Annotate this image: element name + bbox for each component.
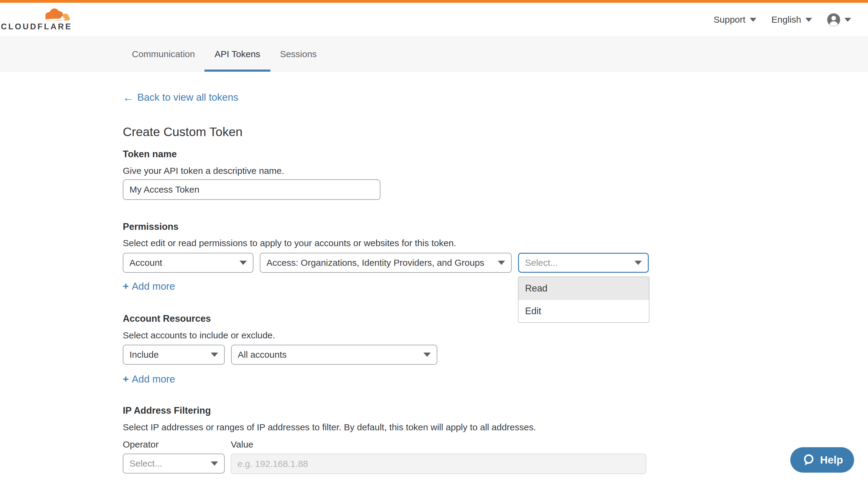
permissions-add-more-link[interactable]: + Add more	[123, 280, 175, 292]
ip-operator-placeholder: Select...	[129, 458, 162, 469]
caret-down-icon	[634, 261, 642, 265]
caret-down-icon	[750, 18, 756, 22]
ip-filtering-row: Select...	[123, 454, 646, 474]
cloudflare-logo[interactable]: CLOUDFLARE	[7, 8, 71, 31]
plus-icon: +	[123, 280, 129, 292]
tabs: Communication API Tokens Sessions	[132, 37, 317, 71]
permission-access-select[interactable]: Select...	[518, 253, 649, 273]
permissions-row: Account Access: Organizations, Identity …	[123, 253, 649, 273]
cloudflare-cloud-icon	[37, 8, 71, 22]
permission-access-dropdown: Select... Read Edit	[518, 253, 649, 273]
permissions-add-more-label: Add more	[132, 281, 175, 292]
tab-api-tokens-label: API Tokens	[214, 49, 260, 59]
resource-mode-select[interactable]: Include	[123, 345, 225, 365]
help-button[interactable]: Help	[790, 447, 854, 473]
permissions-heading: Permissions	[123, 221, 179, 232]
tab-sessions-label: Sessions	[280, 49, 317, 59]
account-resources-add-more-label: Add more	[132, 374, 175, 385]
token-name-description: Give your API token a descriptive name.	[123, 166, 284, 176]
menu-option-edit[interactable]: Edit	[518, 300, 649, 322]
back-to-tokens-link[interactable]: ← Back to view all tokens	[123, 92, 238, 103]
menu-option-read[interactable]: Read	[518, 277, 649, 300]
account-resources-description: Select accounts to include or exclude.	[123, 330, 275, 341]
user-avatar-icon	[827, 13, 840, 26]
account-resources-row: Include All accounts	[123, 345, 437, 365]
permission-access-placeholder: Select...	[525, 258, 558, 268]
caret-down-icon	[211, 461, 218, 466]
operator-label: Operator	[123, 439, 158, 450]
plus-icon: +	[123, 373, 129, 385]
account-resources-add-more-link[interactable]: + Add more	[123, 373, 175, 385]
permission-resource-value: Access: Organizations, Identity Provider…	[267, 258, 484, 268]
ip-value-input[interactable]	[231, 454, 646, 474]
ip-filtering-description: Select IP addresses or ranges of IP addr…	[123, 422, 536, 432]
caret-down-icon	[424, 353, 431, 357]
caret-down-icon	[844, 18, 851, 22]
token-name-heading: Token name	[123, 149, 177, 160]
ip-operator-select[interactable]: Select...	[123, 454, 225, 474]
resource-accounts-select[interactable]: All accounts	[231, 345, 437, 365]
account-menu[interactable]	[827, 13, 851, 26]
caret-down-icon	[805, 18, 812, 22]
tab-communication-label: Communication	[132, 49, 195, 59]
language-label: English	[772, 14, 801, 25]
top-header: CLOUDFLARE Support English	[0, 3, 868, 37]
permission-scope-select[interactable]: Account	[123, 253, 253, 273]
back-link-label: Back to view all tokens	[137, 92, 238, 103]
permission-access-menu: Read Edit	[518, 277, 649, 323]
support-menu[interactable]: Support	[714, 14, 756, 25]
tab-communication[interactable]: Communication	[132, 37, 195, 71]
header-nav: Support English	[714, 13, 851, 26]
permissions-description: Select edit or read permissions to apply…	[123, 238, 456, 248]
ip-filtering-heading: IP Address Filtering	[123, 405, 211, 416]
back-arrow-icon: ←	[123, 93, 134, 102]
permission-resource-select[interactable]: Access: Organizations, Identity Provider…	[260, 253, 512, 273]
account-resources-heading: Account Resources	[123, 313, 211, 324]
tab-bar: Communication API Tokens Sessions	[0, 37, 868, 72]
chat-bubble-icon	[802, 453, 815, 467]
brand-accent-bar	[0, 0, 868, 3]
tab-api-tokens[interactable]: API Tokens	[214, 37, 260, 71]
tab-sessions[interactable]: Sessions	[280, 37, 317, 71]
value-label: Value	[231, 439, 253, 450]
support-label: Support	[714, 14, 745, 25]
main-content: ← Back to view all tokens Create Custom …	[0, 72, 868, 482]
permission-scope-value: Account	[129, 258, 162, 268]
help-button-label: Help	[820, 454, 843, 466]
token-name-input[interactable]	[123, 179, 380, 200]
resource-mode-value: Include	[129, 350, 159, 360]
page-title: Create Custom Token	[123, 125, 243, 139]
caret-down-icon	[498, 261, 505, 265]
language-menu[interactable]: English	[772, 14, 812, 25]
logo-wordmark: CLOUDFLARE	[1, 22, 72, 31]
caret-down-icon	[240, 261, 247, 265]
caret-down-icon	[211, 353, 218, 357]
resource-accounts-value: All accounts	[238, 350, 287, 360]
